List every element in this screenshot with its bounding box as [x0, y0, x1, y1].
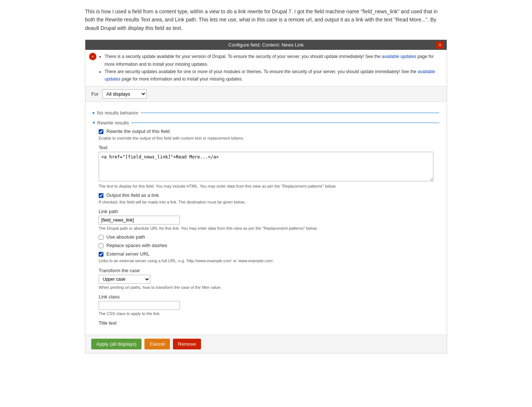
modal-close-button[interactable]: × — [436, 41, 444, 49]
link-class-input[interactable] — [99, 301, 180, 310]
title-text-label: Title text — [99, 320, 439, 326]
text-field-hint: The text to display for this field. You … — [99, 184, 433, 189]
text-field-label: Text — [99, 145, 439, 150]
replace-spaces-checkbox-row: Replace spaces with dashes — [99, 243, 439, 248]
output-link-label: Output this field as a link — [106, 192, 159, 198]
intro-paragraph: This is how I used a field from a conten… — [85, 7, 447, 32]
alert-list: There is a security update available for… — [99, 53, 442, 83]
alert-2-text-before: There are security updates available for… — [105, 69, 418, 74]
rewrite-section-label: Rewrite results — [97, 120, 129, 126]
rewrite-output-checkbox-row: Rewrite the output of this field — [99, 129, 439, 134]
link-path-label: Link path — [99, 209, 439, 214]
alert-2-text-after: page for more information and to install… — [120, 76, 243, 82]
modal-titlebar: Configure field: Content: News Link × — [85, 40, 447, 50]
transform-case-hint: When printing url paths, how to transfor… — [99, 285, 433, 290]
for-select[interactable]: All displays — [102, 89, 147, 99]
no-results-section-label: No results behavior — [97, 110, 139, 116]
remove-button[interactable]: Remove — [173, 339, 201, 349]
apply-button[interactable]: Apply (all displays) — [91, 339, 141, 349]
replace-spaces-label: Replace spaces with dashes — [106, 243, 167, 248]
alert-item-2: There are security updates available for… — [105, 68, 442, 83]
external-server-checkbox-row: External server URL — [99, 251, 439, 257]
rewrite-output-label: Rewrite the output of this field — [106, 129, 170, 134]
external-server-hint: Links to an external server using a full… — [99, 258, 433, 264]
external-server-label: External server URL — [106, 251, 150, 257]
alert-1-text-before: There is a security update available for… — [105, 54, 382, 59]
external-server-checkbox[interactable] — [99, 252, 103, 257]
output-link-checkbox[interactable] — [99, 193, 103, 198]
replace-spaces-checkbox[interactable] — [99, 243, 103, 248]
cancel-button[interactable]: Cancel — [144, 339, 170, 349]
alert-item-1: There is a security update available for… — [105, 53, 442, 68]
modal-footer: Apply (all displays) Cancel Remove — [85, 335, 447, 353]
text-textarea[interactable]: <a href="[field_news_link]">Read More...… — [99, 152, 433, 181]
transform-case-select[interactable]: Upper case Lower case Capitalize first l… — [99, 275, 150, 284]
link-path-hint: The Drupal path or absolute URL for this… — [99, 226, 433, 231]
link-path-input[interactable] — [99, 216, 180, 225]
rewrite-section-header: ▾ Rewrite results — [93, 120, 439, 126]
page-wrapper: This is how I used a field from a conten… — [0, 0, 532, 361]
alert-close-icon[interactable]: × — [89, 53, 96, 60]
absolute-path-checkbox-row: Use absolute path — [99, 234, 439, 240]
modal-title: Configure field: Content: News Link — [228, 42, 304, 48]
output-link-hint: If checked, this field will be made into… — [99, 199, 433, 205]
link-class-label: Link class — [99, 294, 439, 300]
modal-body: ▸ No results behavior ▾ Rewrite results … — [85, 102, 447, 335]
no-results-section-header: ▸ No results behavior — [93, 110, 439, 116]
transform-case-label: Transform the case — [99, 268, 439, 273]
rewrite-section-line — [131, 123, 439, 123]
modal-container: Configure field: Content: News Link × × … — [85, 40, 447, 353]
no-results-toggle-icon[interactable]: ▸ — [93, 110, 95, 115]
link-class-hint: The CSS class to apply to the link. — [99, 311, 433, 317]
alert-bar: × There is a security update available f… — [85, 50, 447, 86]
rewrite-output-checkbox[interactable] — [99, 129, 103, 134]
alert-1-link[interactable]: available updates — [382, 54, 416, 59]
absolute-path-label: Use absolute path — [106, 234, 145, 240]
absolute-path-checkbox[interactable] — [99, 235, 103, 240]
for-row: For All displays — [85, 86, 447, 102]
rewrite-toggle-icon[interactable]: ▾ — [93, 120, 95, 125]
no-results-section-line — [141, 113, 439, 113]
rewrite-output-hint: Enable to override the output of this fi… — [99, 136, 433, 141]
output-link-checkbox-row: Output this field as a link — [99, 192, 439, 198]
for-label: For — [91, 91, 99, 97]
